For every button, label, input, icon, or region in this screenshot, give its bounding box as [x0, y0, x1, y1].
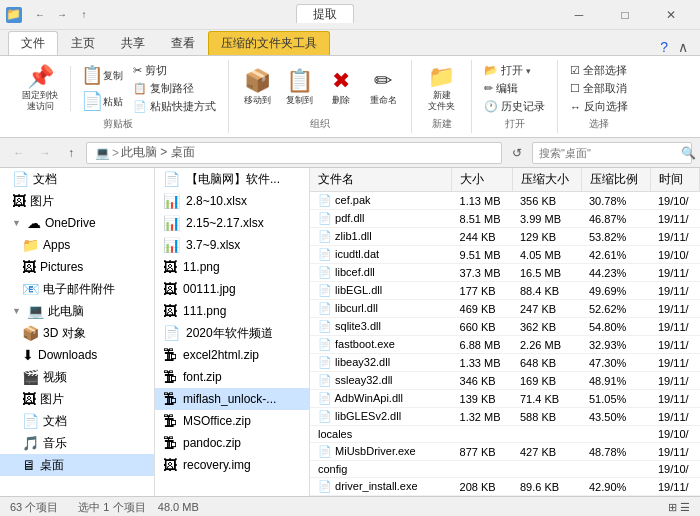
copy-btn[interactable]: 📋 复制 — [77, 64, 127, 88]
table-row[interactable]: locales19/10/ — [310, 426, 700, 443]
sidebar-label-3d: 3D 对象 — [43, 325, 86, 342]
col-filename[interactable]: 文件名 — [310, 168, 452, 192]
search-icon: 🔍 — [681, 146, 696, 160]
file-item-miflash[interactable]: 🗜 miflash_unlock-... — [155, 388, 309, 410]
rename-btn[interactable]: ✏ 重命名 — [363, 68, 403, 109]
table-row[interactable]: 📄 pdf.dll8.51 MB3.99 MB46.87%19/11/ — [310, 210, 700, 228]
tab-share[interactable]: 共享 — [108, 31, 158, 55]
organize-label: 组织 — [310, 115, 330, 131]
delete-btn[interactable]: ✖ 删除 — [321, 68, 361, 109]
sidebar-label-downloads: Downloads — [38, 348, 97, 362]
table-row[interactable]: 📄 libcurl.dll469 KB247 KB52.62%19/11/ — [310, 300, 700, 318]
history-icon: 🕐 — [484, 100, 498, 113]
table-row[interactable]: 📄 ssleay32.dll346 KB169 KB48.91%19/11/ — [310, 372, 700, 390]
table-row[interactable]: 📄 libEGL.dll177 KB88.4 KB49.69%19/11/ — [310, 282, 700, 300]
file-item-excel2html[interactable]: 🗜 excel2html.zip — [155, 344, 309, 366]
file-item-png11[interactable]: 🖼 11.png — [155, 256, 309, 278]
nav-forward-btn[interactable]: → — [52, 5, 72, 25]
table-row[interactable]: 📄 MiUsbDriver.exe877 KB427 KB48.78%19/11… — [310, 443, 700, 461]
paste-shortcut-btn[interactable]: 📄 粘贴快捷方式 — [129, 98, 220, 115]
table-row[interactable]: 📄 libcef.dll37.3 MB16.5 MB44.23%19/11/ — [310, 264, 700, 282]
invert-select-btn[interactable]: ↔ 反向选择 — [566, 98, 632, 115]
table-row[interactable]: 📄 libGLESv2.dll1.32 MB588 KB43.50%19/11/ — [310, 408, 700, 426]
history-btn[interactable]: 🕐 历史记录 — [480, 98, 549, 115]
file-icon-miflash: 🗜 — [163, 391, 177, 407]
select-all-btn[interactable]: ☑ 全部选择 — [566, 62, 632, 79]
sidebar-item-videos[interactable]: 🎬 视频 — [0, 366, 154, 388]
sidebar-item-email[interactable]: 📧 电子邮件附件 — [0, 278, 154, 300]
view-icons[interactable]: ⊞ ☰ — [668, 501, 690, 514]
rename-icon: ✏ — [374, 70, 392, 92]
table-row[interactable]: 📄 AdbWinApi.dll139 KB71.4 KB51.05%19/11/ — [310, 390, 700, 408]
address-path[interactable]: 💻 > 此电脑 > 桌面 — [86, 142, 502, 164]
new-label: 新建 — [432, 115, 452, 131]
copy-to-btn[interactable]: 📋 复制到 — [279, 68, 319, 109]
file-item-xlsx3[interactable]: 📊 3.7~9.xlsx — [155, 234, 309, 256]
nav-up-btn[interactable]: ↑ — [74, 5, 94, 25]
refresh-btn[interactable]: ↺ — [506, 142, 528, 164]
up-btn[interactable]: ↑ — [60, 142, 82, 164]
search-box[interactable]: 🔍 — [532, 142, 692, 164]
move-to-btn[interactable]: 📦 移动到 — [237, 68, 277, 109]
table-row[interactable]: 📄 sqlite3.dll660 KB362 KB54.80%19/11/ — [310, 318, 700, 336]
sidebar-item-thispc[interactable]: ▼ 💻 此电脑 — [0, 300, 154, 322]
edit-btn[interactable]: ✏ 编辑 — [480, 80, 549, 97]
sidebar-item-docs[interactable]: 📄 文档 — [0, 168, 154, 190]
file-item-software[interactable]: 📄 【电脑网】软件... — [155, 168, 309, 190]
sidebar-item-desktop[interactable]: 🖥 桌面 — [0, 454, 154, 476]
file-item-font[interactable]: 🗜 font.zip — [155, 366, 309, 388]
file-item-recovery[interactable]: 🖼 recovery.img — [155, 454, 309, 476]
maximize-btn[interactable]: □ — [602, 0, 648, 30]
sidebar-item-downloads[interactable]: ⬇ Downloads — [0, 344, 154, 366]
table-row[interactable]: 📄 cef.pak1.13 MB356 KB30.78%19/10/ — [310, 192, 700, 210]
file-item-xlsx2[interactable]: 📊 2.15~2.17.xlsx — [155, 212, 309, 234]
nav-back-btn[interactable]: ← — [30, 5, 50, 25]
paste-btn[interactable]: 📄 粘贴 — [77, 90, 127, 114]
copy-path-btn[interactable]: 📋 复制路径 — [129, 80, 220, 97]
table-row[interactable]: 📄 duilib license.txt1.32 KB697 字节51.40%1… — [310, 496, 700, 497]
file-item-xlsx1[interactable]: 📊 2.8~10.xlsx — [155, 190, 309, 212]
sidebar-label-apps: Apps — [43, 238, 70, 252]
table-row[interactable]: 📄 zlib1.dll244 KB129 KB53.82%19/11/ — [310, 228, 700, 246]
open-btn[interactable]: 📂 打开 ▾ — [480, 62, 549, 79]
sidebar-item-images[interactable]: 🖼 图片 — [0, 388, 154, 410]
sidebar-item-documents[interactable]: 📄 文档 — [0, 410, 154, 432]
new-folder-btn[interactable]: 📁 新建文件夹 — [422, 64, 462, 114]
minimize-btn[interactable]: ─ — [556, 0, 602, 30]
sidebar-item-pictures[interactable]: 🖼 Pictures — [0, 256, 154, 278]
thispc-icon: 💻 — [27, 303, 44, 319]
ribbon-collapse-btn[interactable]: ∧ — [674, 39, 692, 55]
back-btn[interactable]: ← — [8, 142, 30, 164]
forward-btn[interactable]: → — [34, 142, 56, 164]
sidebar-item-3dobjects[interactable]: 📦 3D 对象 — [0, 322, 154, 344]
col-size[interactable]: 大小 — [452, 168, 512, 192]
file-item-png111[interactable]: 🖼 111.png — [155, 300, 309, 322]
table-row[interactable]: 📄 driver_install.exe208 KB89.6 KB42.90%1… — [310, 478, 700, 496]
table-row[interactable]: 📄 icudtl.dat9.51 MB4.05 MB42.61%19/10/ — [310, 246, 700, 264]
ribbon-help-btn[interactable]: ? — [654, 39, 674, 55]
file-item-jpg[interactable]: 🖼 00111.jpg — [155, 278, 309, 300]
select-none-btn[interactable]: ☐ 全部取消 — [566, 80, 632, 97]
table-row[interactable]: 📄 fastboot.exe6.88 MB2.26 MB32.93%19/11/ — [310, 336, 700, 354]
file-item-pandoc[interactable]: 🗜 pandoc.zip — [155, 432, 309, 454]
file-item-msoffice[interactable]: 🗜 MSOffice.zip — [155, 410, 309, 432]
table-row[interactable]: 📄 libeay32.dll1.33 MB648 KB47.30%19/11/ — [310, 354, 700, 372]
col-compressed-size[interactable]: 压缩大小 — [512, 168, 581, 192]
close-btn[interactable]: ✕ — [648, 0, 694, 30]
col-ratio[interactable]: 压缩比例 — [581, 168, 650, 192]
cut-btn[interactable]: ✂ 剪切 — [129, 62, 220, 79]
file-icon-jpg: 🖼 — [163, 281, 177, 297]
tab-home[interactable]: 主页 — [58, 31, 108, 55]
tab-compress-tools[interactable]: 压缩的文件夹工具 — [208, 31, 330, 55]
sidebar-item-onedrive[interactable]: ▼ ☁ OneDrive — [0, 212, 154, 234]
sidebar-item-pics[interactable]: 🖼 图片 — [0, 190, 154, 212]
tab-file[interactable]: 文件 — [8, 31, 58, 55]
table-row[interactable]: config19/10/ — [310, 461, 700, 478]
search-input[interactable] — [539, 147, 677, 159]
file-item-2020[interactable]: 📄 2020年软件频道 — [155, 322, 309, 344]
sidebar-item-apps[interactable]: 📁 Apps — [0, 234, 154, 256]
pin-to-quickaccess-btn[interactable]: 📌 固定到快速访问 — [16, 64, 64, 114]
tab-view[interactable]: 查看 — [158, 31, 208, 55]
sidebar-item-music[interactable]: 🎵 音乐 — [0, 432, 154, 454]
col-time[interactable]: 时间 — [650, 168, 700, 192]
